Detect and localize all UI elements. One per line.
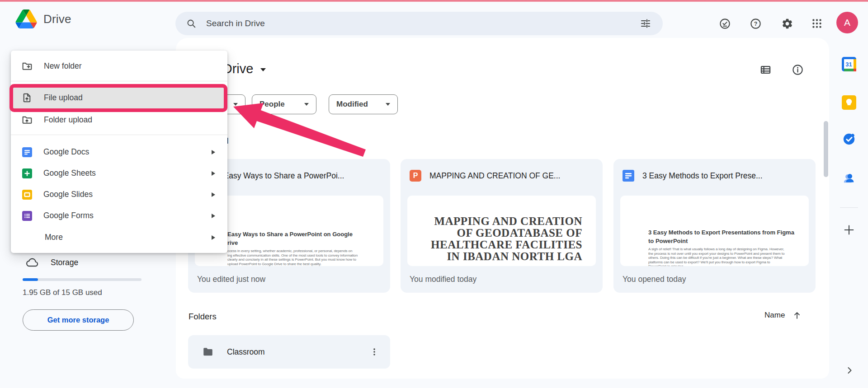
menu-item-label: Google Docs — [43, 147, 212, 157]
submenu-arrow-icon — [212, 171, 215, 176]
menu-item-label: Google Slides — [43, 190, 212, 199]
search-icon — [186, 19, 196, 28]
chevron-down-icon — [233, 103, 238, 106]
offline-status-button[interactable] — [718, 17, 731, 30]
file-upload-icon — [21, 92, 33, 103]
search-input[interactable] — [206, 19, 639, 28]
preview-line: HEALTHCARE FACILITIES — [431, 239, 582, 251]
search-options-button[interactable] — [639, 17, 652, 30]
apps-grid-button[interactable] — [811, 17, 823, 30]
file-title: MAPPING AND CREATION OF GE... — [429, 171, 560, 181]
chevron-down-icon — [386, 103, 390, 106]
preview-body-line: PowerPoint in minutes. — [648, 264, 784, 266]
powerpoint-file-icon: P — [410, 170, 421, 182]
chevron-down-icon — [260, 68, 266, 71]
drive-logo-icon — [15, 9, 37, 28]
google-slides-icon — [22, 190, 32, 200]
filter-chip-modified[interactable]: Modified — [329, 94, 398, 114]
plus-icon — [842, 223, 856, 237]
folder-row-classroom[interactable]: Classroom — [188, 335, 390, 369]
menu-item-label: File upload — [44, 93, 227, 103]
menu-item-label: Folder upload — [44, 115, 227, 125]
apps-grid-icon — [811, 18, 823, 29]
storage-used-text: 1.95 GB of 15 GB used — [23, 288, 102, 297]
preview-line: MAPPING AND CREATION — [431, 215, 582, 227]
filter-chip-label: People — [259, 100, 285, 109]
check-circle-icon — [719, 18, 731, 30]
preview-heading-line: to PowerPoint — [648, 237, 794, 245]
sidebar-item-storage[interactable]: Storage — [25, 256, 78, 269]
help-icon: ? — [750, 18, 762, 30]
new-menu: New folder File upload Folder upload Goo… — [11, 51, 227, 253]
menu-item-file-upload[interactable]: File upload — [11, 87, 227, 108]
help-button[interactable]: ? — [749, 17, 762, 30]
contacts-icon — [842, 171, 856, 185]
submenu-arrow-icon — [212, 214, 215, 218]
file-title: 3 Easy Ways to Share a PowerPoi... — [217, 171, 344, 181]
file-preview: MAPPING AND CREATION OF GEODATABASE OF H… — [407, 196, 596, 266]
google-docs-file-icon — [623, 170, 634, 182]
keep-icon — [842, 95, 856, 110]
suggested-file-card[interactable]: 3 Easy Methods to Export Prese... 3 Easy… — [613, 159, 816, 293]
menu-item-google-forms[interactable]: Google Forms — [11, 205, 227, 226]
tune-icon — [640, 18, 651, 29]
file-preview: 3 Easy Methods to Export Presentations f… — [620, 196, 809, 266]
menu-item-google-sheets[interactable]: Google Sheets — [11, 163, 227, 184]
google-forms-icon — [22, 211, 32, 221]
calendar-day-label: 31 — [845, 61, 852, 68]
chevron-down-icon — [304, 103, 309, 106]
scrollbar-thumb[interactable] — [824, 121, 828, 177]
avatar-initial: A — [844, 17, 850, 28]
folder-upload-icon — [21, 114, 33, 126]
menu-item-folder-upload[interactable]: Folder upload — [11, 109, 227, 131]
preview-body-line: platforms can be used to export? We'll p… — [648, 260, 784, 265]
preview-body-line: clearly and concisely in all these setti… — [227, 257, 358, 262]
filter-chip-people[interactable]: People — [252, 94, 316, 114]
info-button[interactable] — [791, 63, 804, 76]
list-view-icon — [760, 64, 772, 76]
menu-divider — [11, 135, 227, 135]
folder-name: Classroom — [227, 347, 369, 357]
menu-item-label: Google Sheets — [43, 168, 212, 178]
cloud-icon — [25, 256, 39, 269]
arrow-up-icon — [792, 310, 802, 320]
storage-progress-fill — [23, 278, 38, 281]
menu-item-label: More — [45, 233, 212, 242]
new-folder-icon — [21, 61, 33, 72]
settings-button[interactable] — [781, 17, 793, 30]
suggested-file-card[interactable]: P MAPPING AND CREATION OF GE... MAPPING … — [401, 159, 603, 293]
menu-item-new-folder[interactable]: New folder — [11, 55, 227, 77]
account-avatar[interactable]: A — [836, 12, 858, 33]
info-icon — [792, 64, 804, 76]
preview-heading-line: Easy Ways to Share a PowerPoint on Googl… — [227, 230, 353, 238]
sidebar-item-calendar[interactable]: 31 — [842, 57, 856, 73]
chevron-right-icon — [844, 365, 855, 376]
view-list-toggle-button[interactable] — [759, 63, 772, 76]
sidebar-item-keep[interactable] — [842, 95, 856, 112]
file-activity-status: You modified today — [410, 275, 476, 284]
preview-heading-line: rive — [227, 238, 353, 247]
menu-item-label: Google Forms — [43, 211, 212, 220]
menu-divider — [11, 81, 227, 81]
sidebar-item-tasks[interactable] — [842, 132, 856, 148]
show-side-panel-button[interactable] — [844, 365, 855, 378]
file-activity-status: You edited just now — [197, 275, 265, 284]
menu-item-more[interactable]: More — [11, 227, 227, 248]
more-options-icon[interactable] — [369, 347, 379, 357]
folders-section-label: Folders — [189, 312, 217, 322]
file-title: 3 Easy Methods to Export Prese... — [642, 171, 763, 181]
preview-body-line: the process is not over until you export… — [648, 252, 784, 256]
menu-item-google-docs[interactable]: Google Docs — [11, 141, 227, 163]
sidebar-item-contacts[interactable] — [842, 171, 856, 187]
menu-item-google-slides[interactable]: Google Slides — [11, 184, 227, 205]
get-more-storage-button[interactable]: Get more storage — [23, 309, 134, 331]
annotation-top-line — [0, 0, 868, 2]
submenu-arrow-icon — [212, 235, 215, 240]
get-addons-button[interactable] — [842, 223, 856, 238]
sort-label: Name — [764, 311, 785, 320]
search-bar[interactable] — [175, 12, 663, 35]
storage-label: Storage — [51, 258, 78, 267]
sort-by-name-button[interactable]: Name — [764, 310, 802, 321]
preview-body-line: upload PowerPoint to Google Drive to sha… — [227, 262, 358, 266]
rail-divider — [840, 207, 858, 208]
